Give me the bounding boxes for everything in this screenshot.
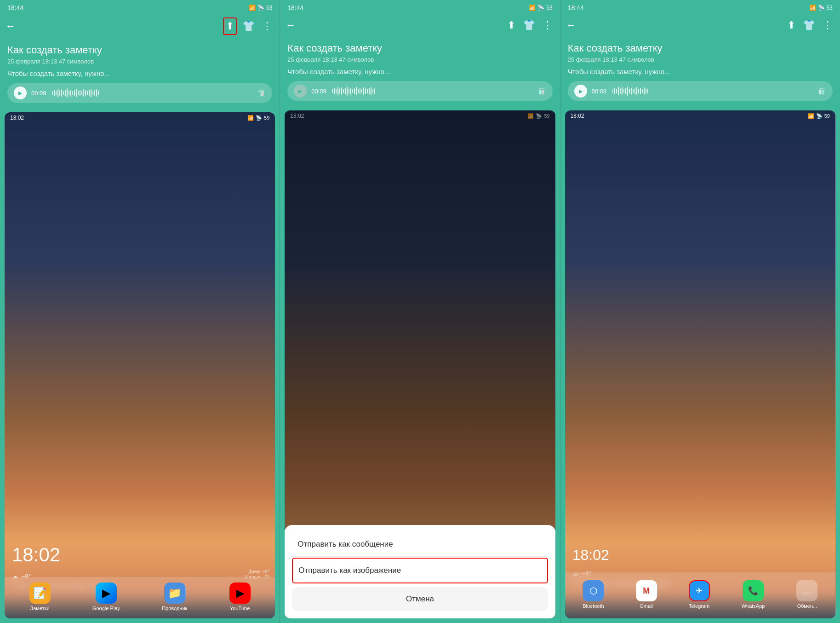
signal-icon-3: 📶 — [809, 5, 816, 11]
notes-icon-1: 📝 — [29, 583, 51, 604]
screenshot-3: 18:02 📶📡59 18:02 ☁−8° ◷ СБ, 25 февр, Ека… — [565, 110, 835, 618]
battery-2: 53 — [546, 5, 552, 11]
panel-1: 18:44 📶 📡 53 ← ⬆ 👕 ⋮ Как создать заметку… — [0, 0, 280, 623]
note-title-2: Как создать заметку — [287, 42, 552, 54]
time-2: 18:44 — [287, 4, 303, 12]
toolbar-1: ← ⬆ 👕 ⋮ — [0, 14, 280, 39]
play-icon-1: ▶ — [96, 583, 117, 604]
note-meta-3: 25 февраля 18:13 47 символов — [568, 56, 833, 63]
battery-3: 53 — [827, 5, 833, 11]
share-button-1[interactable]: ⬆ — [223, 17, 237, 35]
audio-player-1: ▶ 00:09 🗑 — [7, 83, 272, 103]
files-icon-1: 📁 — [164, 583, 185, 604]
back-button-1[interactable]: ← — [6, 20, 16, 32]
status-bar-3: 18:44 📶 📡 53 — [560, 0, 840, 14]
dock-files-1[interactable]: 📁 Проводник — [162, 583, 187, 611]
share-telegram[interactable]: ✈ Telegram — [689, 580, 710, 609]
dock-1: 📝 Заметки ▶ Google Play 📁 Проводник ▶ Yo… — [5, 577, 275, 618]
share-cancel[interactable]: Отмена — [292, 587, 548, 611]
files-label-1: Проводник — [162, 606, 187, 611]
more-button-3[interactable]: ⋮ — [821, 17, 834, 33]
template-button-3[interactable]: 👕 — [801, 17, 817, 33]
delete-audio-2[interactable]: 🗑 — [538, 87, 546, 96]
note-area-3: Как создать заметку 25 февраля 18:13 47 … — [560, 37, 840, 110]
telegram-label: Telegram — [689, 603, 709, 609]
play-button-2[interactable]: ▶ — [294, 85, 307, 98]
note-text-3: Чтобы создать заметку, нужно... — [568, 68, 833, 75]
note-text-1: Чтобы создать заметку, нужно... — [7, 69, 272, 77]
back-button-3[interactable]: ← — [566, 19, 576, 31]
note-area-1: Как создать заметку 25 февраля 18:13 47 … — [0, 39, 280, 112]
wifi-icon-2: 📡 — [537, 5, 544, 11]
status-bar-1: 18:44 📶 📡 53 — [0, 0, 280, 14]
status-icons-3: 📶 📡 53 — [809, 5, 833, 11]
play-button-1[interactable]: ▶ — [14, 87, 27, 99]
time-3: 18:44 — [568, 4, 584, 12]
youtube-label-1: YouTube — [230, 606, 250, 611]
notes-label-1: Заметки — [30, 606, 50, 611]
share-modal-2: Отправить как сообщение Отправить как из… — [285, 525, 555, 618]
bluetooth-icon: ⬡ — [583, 580, 604, 601]
screenshot-2: 18:02 📶📡59 Отправить как сообщение Отпра… — [285, 110, 555, 618]
whatsapp-label: WhatsApp — [742, 603, 765, 609]
note-text-2: Чтобы создать заметку, нужно... — [287, 68, 552, 75]
wifi-icon-1: 📡 — [257, 5, 264, 11]
screenshot-1: 18:02 📶 📡 59 18:02 ☁ −8° ◷ СБ, 25 февр, … — [5, 112, 275, 618]
gmail-icon: M — [636, 580, 657, 601]
delete-audio-3[interactable]: 🗑 — [818, 87, 826, 96]
share-whatsapp[interactable]: 📞 WhatsApp — [742, 580, 765, 609]
battery-1: 53 — [266, 5, 272, 11]
bluetooth-label: Bluetooth — [583, 603, 604, 609]
back-button-2[interactable]: ← — [286, 19, 296, 31]
share-dock-3: ⬡ Bluetooth M Gmail ✈ Telegram 📞 WhatsAp… — [565, 572, 835, 618]
lock-status-bar-3: 18:02 📶📡59 — [565, 110, 835, 121]
template-button-1[interactable]: 👕 — [240, 18, 257, 34]
more-share-label: Обмен... — [797, 603, 817, 609]
delete-audio-1[interactable]: 🗑 — [257, 88, 266, 98]
waveform-1 — [52, 88, 253, 98]
more-button-1[interactable]: ⋮ — [260, 18, 274, 34]
share-as-message[interactable]: Отправить как сообщение — [292, 532, 548, 557]
audio-player-2: ▶ 00:09 🗑 — [287, 81, 552, 101]
gmail-label: Gmail — [640, 603, 653, 609]
toolbar-3: ← ⬆ 👕 ⋮ — [560, 14, 840, 37]
status-bar-2: 18:44 📶 📡 53 — [280, 0, 560, 14]
share-bluetooth[interactable]: ⬡ Bluetooth — [583, 580, 604, 609]
play-label-1: Google Play — [92, 606, 120, 611]
lock-icons-1: 📶 📡 59 — [247, 115, 269, 121]
audio-time-2: 00:09 — [311, 88, 327, 95]
note-title-3: Как создать заметку — [568, 42, 833, 54]
lock-clock-1: 18:02 — [5, 535, 68, 568]
template-button-2[interactable]: 👕 — [521, 17, 537, 33]
share-as-image[interactable]: Отправить как изображение — [292, 558, 548, 583]
dock-play-1[interactable]: ▶ Google Play — [92, 583, 120, 611]
play-button-3[interactable]: ▶ — [574, 85, 587, 98]
whatsapp-icon: 📞 — [743, 580, 764, 601]
share-button-2[interactable]: ⬆ — [505, 17, 517, 33]
telegram-icon: ✈ — [689, 580, 710, 601]
audio-time-3: 00:09 — [592, 88, 608, 95]
lock-time-1: 18:02 — [10, 115, 24, 121]
status-icons-1: 📶 📡 53 — [249, 5, 272, 11]
share-button-3[interactable]: ⬆ — [785, 17, 797, 33]
toolbar-2: ← ⬆ 👕 ⋮ — [280, 14, 560, 37]
share-gmail[interactable]: M Gmail — [636, 580, 657, 609]
panel-3: 18:44 📶 📡 53 ← ⬆ 👕 ⋮ Как создать заметку… — [560, 0, 840, 623]
note-title-1: Как создать заметку — [7, 44, 272, 56]
more-button-2[interactable]: ⋮ — [541, 17, 554, 33]
waveform-2 — [332, 87, 533, 96]
waveform-3 — [612, 87, 813, 96]
signal-icon-2: 📶 — [529, 5, 536, 11]
signal-icon-1: 📶 — [249, 5, 256, 11]
wifi-icon-3: 📡 — [818, 5, 825, 11]
youtube-icon-1: ▶ — [229, 583, 251, 604]
lock-battery-1: 59 — [264, 115, 269, 121]
note-meta-2: 25 февраля 18:13 47 символов — [287, 56, 552, 63]
dock-youtube-1[interactable]: ▶ YouTube — [229, 583, 251, 611]
note-area-2: Как создать заметку 25 февраля 18:13 47 … — [280, 37, 560, 110]
share-more[interactable]: … Обмен... — [796, 580, 817, 609]
lock-icons-3: 📶📡59 — [808, 113, 830, 119]
dock-notes-1[interactable]: 📝 Заметки — [29, 583, 51, 611]
more-share-icon: … — [796, 580, 817, 601]
audio-time-1: 00:09 — [31, 90, 47, 97]
